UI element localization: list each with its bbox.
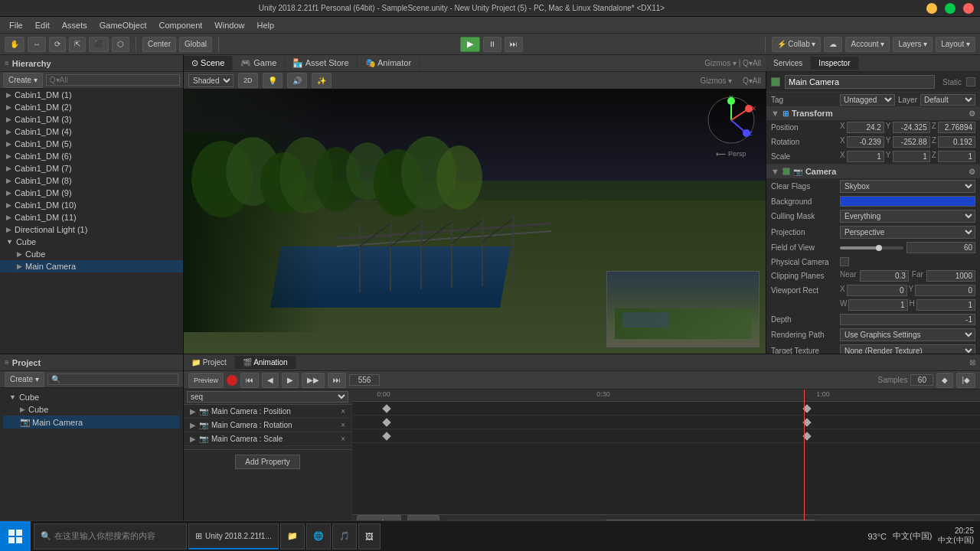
menu-window[interactable]: Window [208, 19, 250, 31]
anim-start-btn[interactable]: ⏮ [240, 373, 259, 388]
hierarchy-search[interactable] [46, 74, 180, 86]
physical-camera-checkbox[interactable] [840, 257, 849, 266]
list-item[interactable]: ▶Cabin1_DM (9) [0, 187, 183, 199]
transform-header[interactable]: ▼ ⊞ Transform ⚙ [766, 106, 980, 120]
tab-scene[interactable]: ⊙ Scene [184, 56, 233, 70]
anim-rotation-prop[interactable]: ▶ 📷 Main Camera : Rotation × [184, 419, 351, 432]
menu-assets[interactable]: Assets [56, 19, 93, 31]
anim-scale-prop[interactable]: ▶ 📷 Main Camera : Scale × [184, 432, 351, 446]
anim-add-event-btn[interactable]: |◆ [956, 373, 975, 388]
menu-file[interactable]: File [3, 19, 29, 31]
list-item[interactable]: ▶Cabin1_DM (7) [0, 162, 183, 174]
fov-value[interactable]: 60 [906, 242, 976, 253]
play-button[interactable]: ▶ [460, 37, 480, 52]
vp-w[interactable]: 1 [848, 299, 907, 311]
tool-rotate[interactable]: ⟳ [49, 37, 66, 52]
taskbar-unity[interactable]: ⊞ Unity 2018.2.21f1... [188, 523, 279, 549]
rot-z[interactable]: 0.192 [938, 136, 975, 148]
vp-y[interactable]: 0 [915, 285, 975, 296]
rot-x[interactable]: -0.239 [847, 136, 884, 148]
cloud-button[interactable]: ☁ [824, 37, 842, 52]
list-item[interactable]: ▶Cabin1_DM (2) [0, 101, 183, 113]
anim-next-frame-btn[interactable]: ▶▶ [302, 373, 325, 388]
main-camera-item[interactable]: ▶Main Camera [0, 260, 183, 272]
tool-move[interactable]: ↔ [28, 37, 46, 52]
layer-dropdown[interactable]: Default [920, 94, 975, 106]
tab-animator[interactable]: 🎭 Animator [358, 56, 420, 70]
menu-edit[interactable]: Edit [29, 19, 56, 31]
taskbar-app-4[interactable]: 🎵 [332, 523, 357, 549]
target-texture-dropdown[interactable]: None (Render Texture) [840, 344, 975, 354]
tab-animation[interactable]: 🎬 Animation [235, 356, 296, 369]
depth-value[interactable]: -1 [840, 314, 975, 325]
tool-rect[interactable]: ⬛ [89, 37, 109, 52]
step-button[interactable]: ⏭ [505, 37, 523, 52]
add-property-button[interactable]: Add Property [235, 455, 299, 469]
tool-scale[interactable]: ⇱ [69, 37, 86, 52]
collab-button[interactable]: ⚡ Collab ▾ [772, 37, 822, 52]
anim-prev-frame-btn[interactable]: ◀ [262, 373, 279, 388]
tab-project-bottom[interactable]: 📁 Project [184, 356, 235, 369]
shaded-dropdown[interactable]: Shaded [188, 74, 234, 87]
scene-gizmo[interactable]: Y X Z ⟵ Persp [704, 93, 758, 147]
keyframe-diamond[interactable] [382, 432, 390, 440]
pos-y[interactable]: -24.325 [893, 122, 930, 133]
fov-track[interactable] [840, 246, 903, 249]
list-item[interactable]: ▶Cabin1_DM (3) [0, 113, 183, 126]
project-search[interactable] [47, 373, 178, 385]
scale-prop-remove[interactable]: × [341, 435, 345, 443]
menu-gameobject[interactable]: GameObject [93, 19, 153, 31]
maximize-button[interactable] [945, 3, 956, 14]
tab-services[interactable]: Services [766, 57, 811, 70]
cube-sub-item[interactable]: ▶Cube [3, 403, 180, 416]
tool-transform[interactable]: ⬡ [112, 37, 129, 52]
anim-end-btn[interactable]: ⏭ [328, 373, 346, 388]
taskbar-app-2[interactable]: 📁 [280, 523, 305, 549]
menu-help[interactable]: Help [250, 19, 280, 31]
static-checkbox[interactable] [966, 77, 975, 86]
tool-hand[interactable]: ✋ [5, 37, 24, 52]
keyframe-diamond[interactable] [382, 418, 390, 426]
cube-bottom-item[interactable]: ▼Cube [3, 391, 180, 403]
layers-button[interactable]: Layers ▾ [893, 37, 933, 52]
list-item[interactable]: ▶Cabin1_DM (1) [0, 89, 183, 101]
scale-x[interactable]: 1 [847, 151, 884, 162]
start-button[interactable] [0, 521, 31, 552]
pivot-button[interactable]: Center [142, 37, 176, 52]
pos-x[interactable]: 24.2 [847, 122, 884, 133]
cube-child-item[interactable]: ▶Cube [0, 248, 183, 260]
taskbar-app-3[interactable]: 🌐 [306, 523, 331, 549]
tab-inspector[interactable]: Inspector [811, 57, 858, 70]
rendering-path-dropdown[interactable]: Use Graphics Settings [840, 328, 975, 341]
anim-position-prop[interactable]: ▶ 📷 Main Camera : Position × [184, 405, 351, 419]
tab-game[interactable]: 🎮 Game [233, 56, 285, 70]
pause-button[interactable]: ⏸ [483, 37, 501, 52]
list-item[interactable]: ▶Directional Light (1) [0, 223, 183, 236]
vp-x[interactable]: 0 [847, 285, 907, 296]
anim-add-keyframe-btn[interactable]: ◆ [936, 373, 953, 388]
object-active-checkbox[interactable] [771, 77, 780, 86]
camera-enabled-checkbox[interactable] [782, 168, 790, 175]
animation-timeline[interactable]: 0:00 0:30 1:00 [352, 390, 980, 530]
background-color-field[interactable] [840, 196, 975, 207]
lights-button[interactable]: 💡 [263, 73, 283, 88]
cube-item[interactable]: ▼Cube [0, 236, 183, 248]
taskbar-app-5[interactable]: 🖼 [358, 523, 381, 549]
clear-flags-dropdown[interactable]: Skybox [840, 180, 975, 193]
layout-button[interactable]: Layout ▾ [936, 37, 975, 52]
position-prop-remove[interactable]: × [341, 407, 345, 416]
scale-z[interactable]: 1 [938, 151, 975, 162]
samples-input[interactable] [910, 374, 933, 386]
account-button[interactable]: Account ▾ [845, 37, 890, 52]
rot-y[interactable]: -252.88 [893, 136, 930, 148]
project-create-btn[interactable]: Create ▾ [5, 372, 44, 387]
global-button[interactable]: Global [179, 37, 212, 52]
list-item[interactable]: ▶Cabin1_DM (4) [0, 126, 183, 138]
timeline-playhead[interactable] [804, 390, 805, 530]
anim-play-btn[interactable]: ▶ [282, 373, 299, 388]
keyframe-diamond[interactable] [382, 404, 390, 412]
close-button[interactable] [963, 3, 974, 14]
main-camera-bottom-item[interactable]: 📷 Main Camera [3, 416, 180, 429]
audio-button[interactable]: 🔊 [287, 73, 307, 88]
scale-y[interactable]: 1 [893, 151, 930, 162]
